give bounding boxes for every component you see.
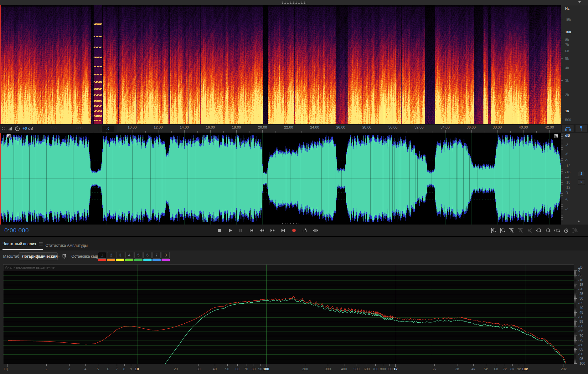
rec-icon [291, 228, 297, 233]
hud-grip-handle[interactable] [2, 127, 5, 130]
amplitude-ruler[interactable]: dB -3-6-9-12-18-∞-18-12-9-6-312 [561, 133, 588, 225]
frequency-axis-label: 1k [394, 367, 398, 371]
hold-button-5[interactable]: 5 [134, 252, 142, 262]
hold-color-bar [116, 259, 124, 261]
hold-button-6[interactable]: 6 [143, 252, 152, 262]
lane-grip-handle[interactable] [280, 222, 299, 224]
frequency-axis-label: 40 [213, 367, 217, 371]
timeline-tick [510, 131, 511, 133]
hold-button-2[interactable]: 2 [107, 252, 115, 262]
record-button[interactable] [290, 227, 298, 234]
hold-color-bar [107, 259, 115, 261]
fade-out-handle[interactable] [554, 134, 558, 138]
db-ruler-label: -85 [578, 347, 583, 351]
timeline-tick [484, 131, 484, 133]
frequency-ruler-label: 4k [565, 66, 569, 70]
skip-selection-button[interactable] [311, 227, 319, 234]
ruler-tick [561, 20, 563, 20]
frequency-axis-label: 60 [235, 367, 240, 371]
channel-1-button[interactable]: 1 [578, 171, 585, 176]
hud-divider [98, 126, 98, 131]
panel-tab-bar: Частотный анализ Статистика Амплитуды [0, 237, 588, 250]
hold-color-bar [152, 259, 161, 261]
skip-to-start-button[interactable] [247, 227, 255, 234]
timeline-tick [171, 131, 172, 133]
hold-button-number: 5 [134, 252, 142, 259]
frequency-ruler-label: 1k [565, 109, 569, 113]
zvin-icon [490, 228, 497, 233]
db-ruler-label: -35 [578, 301, 583, 305]
time-display[interactable]: 0:00.000 [4, 227, 29, 234]
panel-menu-arrow-icon[interactable] [578, 1, 581, 3]
zoom-out-amplitude-button[interactable] [498, 227, 507, 234]
timeline-label: 38:00 [493, 125, 502, 129]
axis-tick [328, 364, 328, 366]
db-ruler-label: -45 [578, 311, 583, 314]
axis-tick [486, 364, 486, 366]
gain-knob-icon[interactable] [15, 126, 20, 131]
axis-tick [496, 364, 496, 366]
frequency-axis-label: 2 [45, 367, 47, 371]
play-button[interactable] [226, 227, 234, 234]
zoom-in-time-button[interactable] [508, 227, 516, 234]
timeline-label: 30:00 [389, 125, 398, 129]
channel-2-button[interactable]: 2 [578, 179, 585, 185]
panel-menu-icon[interactable] [39, 242, 43, 246]
db-ruler-major-ticks [574, 270, 577, 364]
frequency-axis-label: 900 [387, 367, 393, 371]
fade-in-handle[interactable] [7, 134, 11, 138]
pin-button[interactable] [575, 125, 587, 132]
zoom-in-amplitude-button[interactable] [489, 227, 498, 234]
db-ruler-label: -30 [578, 296, 583, 300]
frequency-ruler[interactable]: Hz 15k10k8k7k6k5k4k3k2k1k500 [561, 5, 588, 124]
db-ruler-label: -25 [578, 292, 583, 296]
analysis-panel: Частотный анализ Статистика Амплитуды Ма… [0, 237, 588, 374]
hold-button-4[interactable]: 4 [125, 252, 133, 262]
hud-gain-value[interactable]: +0 [23, 126, 27, 131]
frequency-axis-label: 3 [68, 367, 70, 371]
frequency-axis-label: 9k [517, 367, 521, 371]
ruler-tick [561, 40, 563, 40]
axis-tick [367, 364, 367, 366]
zoom-in-at-out-point-button[interactable] [544, 227, 552, 234]
loop-playback-button[interactable] [301, 227, 309, 234]
frequency-axis-label: 200 [302, 367, 308, 371]
timeline-tick [406, 131, 406, 133]
frequency-graph[interactable]: Анализированное выделение [3, 264, 574, 364]
zvout-icon [499, 228, 506, 233]
ruler-tick [561, 58, 563, 59]
amplitude-ruler-label: -3 [565, 207, 568, 211]
timed-record-button[interactable] [562, 227, 570, 234]
hold-button-7[interactable]: 7 [152, 252, 161, 262]
scroll-nub-icon[interactable] [577, 220, 580, 222]
frequency-axis-label: 4 [84, 367, 86, 371]
timeline-tick [158, 130, 158, 133]
zoom-to-selection-button[interactable] [553, 227, 561, 234]
spectrogram-display[interactable] [0, 5, 561, 124]
copy-graph-button[interactable] [61, 253, 68, 260]
ruler-tick [561, 45, 563, 45]
amplitude-ruler-label: -12 [565, 164, 570, 168]
hud-pin-button[interactable] [101, 126, 114, 132]
tab-amplitude-statistics[interactable]: Статистика Амплитуды [45, 241, 88, 250]
timeline-ruler[interactable]: 4:006:008:0010:0012:0014:0016:0018:0020:… [0, 124, 561, 133]
waveform-display[interactable] [0, 133, 561, 225]
skip-to-end-button[interactable] [279, 227, 287, 234]
hold-color-bar [143, 259, 152, 261]
rewind-button[interactable] [258, 227, 266, 234]
timeline-label: 32:00 [415, 125, 424, 129]
ruler-tick [561, 51, 563, 51]
headphones-button[interactable] [562, 125, 574, 132]
hold-button-8[interactable]: 8 [162, 252, 170, 262]
pause-icon [238, 228, 244, 233]
fast-forward-button[interactable] [269, 227, 277, 234]
tab-frequency-analysis[interactable]: Частотный анализ [3, 241, 43, 250]
hold-button-3[interactable]: 3 [116, 252, 124, 262]
panel-grip-handle[interactable] [282, 1, 306, 4]
scale-dropdown[interactable]: Логарифмический ⌄ [19, 252, 58, 260]
stop-button[interactable] [215, 227, 224, 234]
skipsel-icon [312, 228, 318, 233]
timeline-label: 36:00 [467, 125, 476, 129]
hold-button-1[interactable]: 1 [98, 252, 106, 262]
zoom-in-at-in-point-button[interactable] [535, 227, 543, 234]
